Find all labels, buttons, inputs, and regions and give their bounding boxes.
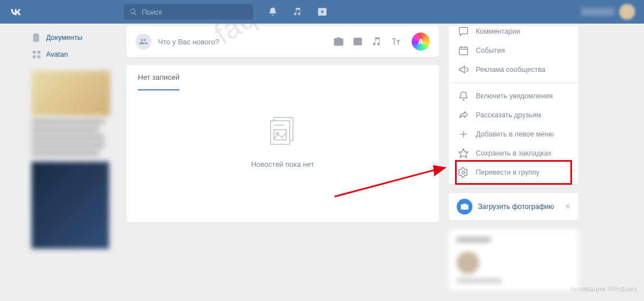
action-bookmark[interactable]: Сохранить в закладках (458, 144, 569, 163)
svg-rect-2 (38, 51, 40, 53)
camera-icon (457, 199, 472, 215)
feed: Нет записей Новостей пока нет (127, 65, 439, 222)
action-label: Включить уведомления (476, 92, 553, 100)
star-icon (458, 148, 469, 159)
search-placeholder: Поиск (142, 8, 162, 16)
header-user[interactable] (581, 4, 635, 20)
header-icons (268, 7, 327, 17)
svg-marker-17 (459, 149, 469, 158)
action-label: Добавить в левое меню (476, 130, 554, 138)
community-avatar (136, 34, 151, 49)
svg-rect-7 (271, 121, 290, 144)
camera-icon[interactable] (333, 36, 344, 47)
right-sidebar: Комментарии События Реклама сообщества В… (449, 26, 578, 291)
music-icon[interactable] (292, 7, 303, 17)
share-icon (458, 110, 469, 121)
video-icon[interactable] (317, 7, 327, 17)
action-label: Перевести в группу (476, 168, 539, 176)
action-label: Комментарии (476, 28, 520, 35)
action-share[interactable]: Рассказать друзьям (458, 106, 569, 125)
music-icon[interactable] (371, 36, 382, 47)
user-name (581, 8, 615, 16)
sidebar-item-avatan[interactable]: Avatan (31, 46, 121, 63)
svg-rect-5 (354, 38, 362, 45)
plus-icon (458, 129, 469, 140)
action-list: Комментарии События Реклама сообщества В… (449, 26, 578, 184)
svg-rect-3 (33, 56, 35, 58)
svg-rect-11 (460, 47, 468, 54)
action-label: События (476, 47, 505, 54)
upload-label: Загрузить фотографию (478, 203, 565, 211)
gear-icon (458, 167, 469, 178)
action-comments[interactable]: Комментарии (458, 26, 569, 41)
sidebar-item-documents[interactable]: Документы (31, 29, 121, 46)
calendar-icon (458, 45, 469, 56)
windows-activation: Активация Windows (570, 285, 637, 293)
close-icon[interactable]: × (565, 202, 570, 212)
sidebar-promo (31, 162, 109, 249)
svg-rect-4 (38, 56, 40, 58)
text-icon[interactable] (390, 36, 402, 47)
action-events[interactable]: События (458, 41, 569, 60)
sidebar-left: Документы Avatan (0, 26, 121, 291)
svg-point-18 (462, 171, 465, 174)
avatar (619, 4, 635, 20)
action-label: Реклама сообщества (476, 66, 546, 74)
top-header: Поиск (0, 0, 644, 24)
svg-rect-1 (33, 51, 35, 53)
feed-empty-text: Новостей пока нет (127, 160, 439, 168)
sidebar-item-label: Avatan (46, 51, 68, 58)
megaphone-icon (458, 64, 469, 75)
video-icon[interactable] (352, 36, 363, 47)
separator (449, 83, 578, 83)
action-to-group[interactable]: Перевести в группу (458, 163, 569, 182)
search-icon (129, 8, 137, 16)
comment-icon (458, 26, 469, 37)
sidebar-promo (31, 71, 121, 156)
search-input[interactable]: Поиск (124, 4, 253, 20)
tab-no-posts[interactable]: Нет записей (138, 65, 179, 90)
action-ads[interactable]: Реклама сообщества (458, 60, 569, 79)
action-label: Рассказать друзьям (476, 111, 541, 119)
grid-icon (31, 49, 42, 60)
user-badge[interactable]: А (412, 33, 430, 51)
empty-feed-icon (265, 113, 301, 149)
post-composer[interactable]: Что у Вас нового? А (127, 26, 439, 57)
document-icon (31, 33, 42, 43)
sidebar-item-label: Документы (46, 34, 82, 42)
feed-empty: Новостей пока нет (127, 90, 439, 191)
action-add-left[interactable]: Добавить в левое меню (458, 125, 569, 144)
upload-photo[interactable]: Загрузить фотографию × (449, 193, 578, 220)
center-column: Что у Вас нового? А Нет записей Новостей… (127, 26, 439, 291)
action-label: Сохранить в закладках (476, 149, 551, 157)
bell-icon[interactable] (268, 7, 278, 17)
feed-tabs: Нет записей (127, 65, 439, 90)
vk-logo[interactable] (9, 5, 22, 19)
contacts-block (449, 229, 578, 291)
post-tools (333, 36, 402, 47)
action-notify[interactable]: Включить уведомления (458, 86, 569, 106)
bell-icon (458, 90, 469, 102)
post-placeholder: Что у Вас нового? (158, 38, 333, 46)
